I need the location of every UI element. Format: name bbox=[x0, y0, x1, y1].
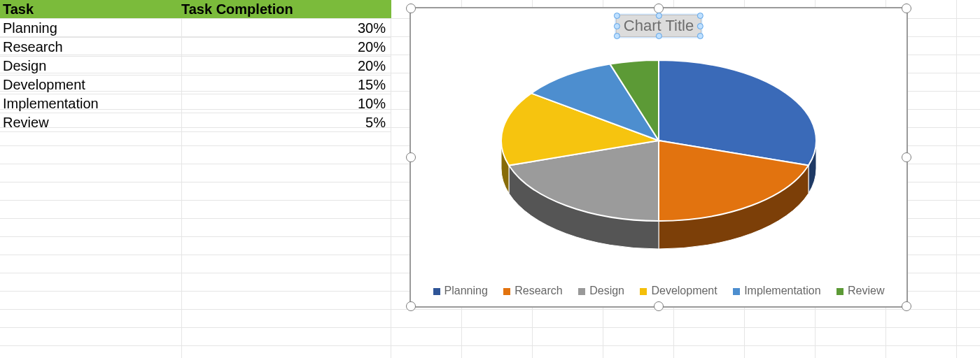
chart-legend[interactable]: Planning Research Design Development Imp… bbox=[410, 285, 907, 297]
title-handle-icon[interactable] bbox=[614, 13, 620, 19]
pct-cell[interactable]: 15% bbox=[181, 76, 391, 94]
resize-handle-icon[interactable] bbox=[654, 3, 664, 13]
task-cell[interactable]: Design bbox=[0, 57, 181, 75]
title-handle-icon[interactable] bbox=[614, 23, 620, 29]
legend-item[interactable]: Development bbox=[640, 285, 717, 297]
table-row[interactable]: Design 20% bbox=[0, 57, 391, 76]
legend-item[interactable]: Implementation bbox=[733, 285, 820, 297]
title-handle-icon[interactable] bbox=[697, 13, 704, 19]
legend-label: Review bbox=[848, 285, 884, 296]
data-table[interactable]: Task Task Completion Planning 30% Resear… bbox=[0, 0, 391, 132]
pct-cell[interactable]: 20% bbox=[181, 57, 391, 75]
resize-handle-icon[interactable] bbox=[902, 3, 911, 13]
table-row[interactable]: Review 5% bbox=[0, 113, 391, 132]
table-row[interactable]: Development 15% bbox=[0, 76, 391, 94]
title-handle-icon[interactable] bbox=[697, 23, 704, 29]
legend-swatch-icon bbox=[433, 288, 440, 295]
resize-handle-icon[interactable] bbox=[654, 301, 664, 311]
resize-handle-icon[interactable] bbox=[902, 301, 911, 311]
resize-handle-icon[interactable] bbox=[406, 3, 416, 13]
title-handle-icon[interactable] bbox=[614, 33, 620, 39]
header-task: Task bbox=[0, 0, 181, 18]
legend-item[interactable]: Design bbox=[578, 285, 624, 297]
chart-title-text: Chart Title bbox=[624, 17, 694, 34]
legend-swatch-icon bbox=[503, 288, 510, 295]
task-cell[interactable]: Planning bbox=[0, 19, 181, 37]
resize-handle-icon[interactable] bbox=[406, 152, 416, 162]
pie-chart-svg bbox=[477, 46, 841, 256]
title-handle-icon[interactable] bbox=[656, 33, 662, 39]
task-cell[interactable]: Research bbox=[0, 38, 181, 56]
legend-label: Implementation bbox=[744, 285, 820, 296]
spreadsheet-sheet[interactable]: Task Task Completion Planning 30% Resear… bbox=[0, 0, 980, 358]
legend-swatch-icon bbox=[733, 288, 740, 295]
legend-label: Planning bbox=[444, 285, 488, 296]
chart-title[interactable]: Chart Title bbox=[616, 15, 701, 37]
legend-item[interactable]: Planning bbox=[433, 285, 488, 297]
chart-object[interactable]: Chart Title Planning Research Design Dev… bbox=[410, 7, 908, 308]
legend-swatch-icon bbox=[578, 288, 585, 295]
resize-handle-icon[interactable] bbox=[406, 301, 416, 311]
table-header-row: Task Task Completion bbox=[0, 0, 391, 19]
pie-chart[interactable] bbox=[477, 46, 841, 256]
table-row[interactable]: Research 20% bbox=[0, 38, 391, 57]
legend-item[interactable]: Research bbox=[503, 285, 562, 297]
legend-label: Research bbox=[514, 285, 562, 296]
legend-item[interactable]: Review bbox=[836, 285, 884, 297]
task-cell[interactable]: Review bbox=[0, 113, 181, 131]
resize-handle-icon[interactable] bbox=[902, 152, 911, 162]
task-cell[interactable]: Implementation bbox=[0, 94, 181, 113]
legend-swatch-icon bbox=[640, 288, 647, 295]
task-cell[interactable]: Development bbox=[0, 76, 181, 94]
pct-cell[interactable]: 5% bbox=[181, 113, 391, 131]
legend-label: Design bbox=[589, 285, 624, 296]
table-row[interactable]: Implementation 10% bbox=[0, 94, 391, 113]
pct-cell[interactable]: 20% bbox=[181, 38, 391, 56]
title-handle-icon[interactable] bbox=[697, 33, 704, 39]
table-row[interactable]: Planning 30% bbox=[0, 19, 391, 38]
legend-label: Development bbox=[651, 285, 717, 296]
pct-cell[interactable]: 10% bbox=[181, 94, 391, 113]
legend-swatch-icon bbox=[836, 288, 844, 295]
pct-cell[interactable]: 30% bbox=[181, 19, 391, 37]
header-completion: Task Completion bbox=[181, 0, 391, 18]
